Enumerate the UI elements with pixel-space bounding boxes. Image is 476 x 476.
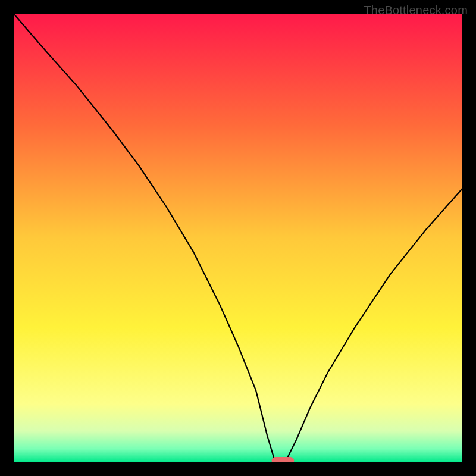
bottleneck-chart bbox=[14, 14, 462, 462]
watermark-text: TheBottleneck.com bbox=[364, 4, 468, 17]
chart-plot-area bbox=[14, 14, 462, 462]
chart-background-gradient bbox=[14, 14, 462, 462]
optimal-marker bbox=[272, 457, 295, 462]
